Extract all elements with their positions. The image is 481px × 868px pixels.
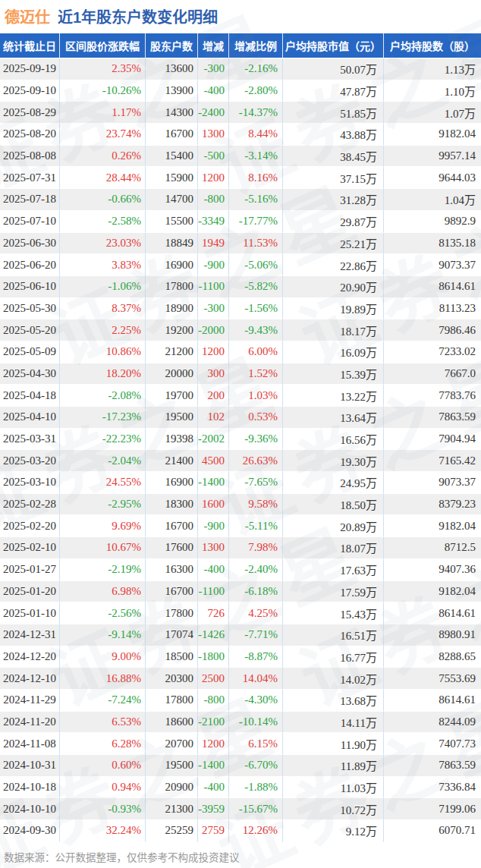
table-row: 2025-04-18-2.08%197002001.03%13.22万7783.…	[0, 385, 481, 407]
cell-avg-shares: 7863.59	[384, 755, 481, 777]
cell-holder-count: 16700	[146, 581, 198, 603]
cell-change: 1949	[198, 233, 229, 255]
cell-avg-market-value: 16.77万	[283, 646, 384, 668]
cell-avg-market-value: 20.90万	[283, 276, 384, 298]
cell-date: 2024-11-20	[0, 712, 60, 734]
cell-date: 2025-03-20	[0, 450, 60, 472]
cell-avg-market-value: 14.11万	[283, 712, 384, 734]
table-row: 2025-03-20-2.04%21400450026.63%19.30万716…	[0, 450, 481, 472]
cell-price-change: 9.00%	[60, 646, 146, 668]
cell-change: 726	[198, 602, 229, 624]
cell-avg-market-value: 29.87万	[283, 211, 384, 233]
stock-name: 德迈仕	[5, 5, 50, 27]
cell-change: -1400	[198, 755, 229, 777]
cell-price-change: 9.69%	[60, 515, 146, 537]
cell-avg-shares: 7783.76	[384, 385, 481, 407]
cell-change-ratio: -2.16%	[229, 58, 283, 80]
cell-holder-count: 21200	[146, 341, 198, 363]
cell-change-ratio: -1.56%	[229, 298, 283, 320]
cell-avg-market-value: 14.02万	[283, 668, 384, 690]
cell-avg-market-value: 22.86万	[283, 254, 384, 276]
cell-price-change: 32.24%	[60, 820, 146, 842]
cell-change-ratio: -14.37%	[229, 102, 283, 124]
cell-change: 4500	[198, 450, 229, 472]
cell-holder-count: 14300	[146, 102, 198, 124]
cell-avg-shares: 7667.0	[384, 363, 481, 385]
column-header-5: 增减比例	[229, 33, 283, 58]
cell-avg-shares: 7336.84	[384, 777, 481, 799]
cell-date: 2025-05-20	[0, 319, 60, 341]
cell-price-change: 2.35%	[60, 58, 146, 80]
cell-avg-market-value: 13.68万	[283, 690, 384, 712]
cell-date: 2024-09-30	[0, 820, 60, 842]
cell-avg-shares: 7233.02	[384, 341, 481, 363]
cell-price-change: 16.88%	[60, 668, 146, 690]
cell-avg-shares: 8288.65	[384, 646, 481, 668]
cell-avg-market-value: 16.51万	[283, 624, 384, 646]
cell-change: 1300	[198, 537, 229, 559]
cell-avg-market-value: 50.07万	[283, 58, 384, 80]
cell-avg-shares: 9644.03	[384, 167, 481, 189]
cell-price-change: -2.56%	[60, 602, 146, 624]
table-row: 2025-05-0910.86%2120012006.00%16.09万7233…	[0, 341, 481, 363]
cell-holder-count: 18900	[146, 298, 198, 320]
cell-avg-shares: 9182.04	[384, 124, 481, 146]
cell-date: 2024-12-20	[0, 646, 60, 668]
cell-holder-count: 14700	[146, 189, 198, 211]
cell-change: 1200	[198, 733, 229, 755]
cell-price-change: -10.26%	[60, 80, 146, 102]
cell-avg-shares: 7407.73	[384, 733, 481, 755]
cell-date: 2024-11-08	[0, 733, 60, 755]
cell-date: 2025-05-09	[0, 341, 60, 363]
cell-change: -900	[198, 515, 229, 537]
cell-avg-shares: 8980.91	[384, 624, 481, 646]
cell-date: 2025-09-10	[0, 80, 60, 102]
cell-price-change: -2.58%	[60, 211, 146, 233]
cell-price-change: -2.19%	[60, 559, 146, 581]
cell-price-change: 0.94%	[60, 777, 146, 799]
cell-price-change: 6.98%	[60, 581, 146, 603]
cell-change: 2500	[198, 668, 229, 690]
cell-holder-count: 13600	[146, 58, 198, 80]
cell-change: -1800	[198, 646, 229, 668]
cell-change-ratio: 0.53%	[229, 407, 283, 429]
cell-holder-count: 17800	[146, 602, 198, 624]
cell-change-ratio: -7.71%	[229, 624, 283, 646]
cell-avg-shares: 1.13万	[384, 58, 481, 80]
title-text: 近1年股东户数变化明细	[58, 5, 218, 27]
cell-holder-count: 16700	[146, 124, 198, 146]
table-row: 2025-06-3023.03%18849194911.53%25.21万813…	[0, 233, 481, 255]
table-row: 2025-02-28-2.95%1830016009.58%18.50万8379…	[0, 494, 481, 516]
column-header-3: 股东户数	[146, 33, 198, 58]
table-row: 2025-04-3018.20%200003001.52%15.39万7667.…	[0, 363, 481, 385]
cell-date: 2025-02-20	[0, 515, 60, 537]
cell-avg-market-value: 19.89万	[283, 298, 384, 320]
cell-holder-count: 18600	[146, 712, 198, 734]
cell-price-change: 1.17%	[60, 102, 146, 124]
cell-avg-market-value: 16.56万	[283, 429, 384, 451]
cell-change-ratio: 4.25%	[229, 602, 283, 624]
cell-avg-market-value: 31.28万	[283, 189, 384, 211]
cell-change: -2400	[198, 102, 229, 124]
cell-change-ratio: -7.65%	[229, 472, 283, 494]
cell-avg-market-value: 15.43万	[283, 602, 384, 624]
cell-holder-count: 20000	[146, 363, 198, 385]
cell-avg-shares: 8113.23	[384, 298, 481, 320]
cell-holder-count: 20300	[146, 668, 198, 690]
cell-avg-shares: 9182.04	[384, 581, 481, 603]
cell-change-ratio: 26.63%	[229, 450, 283, 472]
cell-date: 2025-06-10	[0, 276, 60, 298]
cell-date: 2025-05-30	[0, 298, 60, 320]
cell-avg-shares: 7986.46	[384, 319, 481, 341]
cell-holder-count: 18500	[146, 646, 198, 668]
table-row: 2024-11-206.53%18600-2100-10.14%14.11万82…	[0, 712, 481, 734]
cell-avg-shares: 7199.06	[384, 798, 481, 820]
cell-change-ratio: 7.98%	[229, 537, 283, 559]
cell-holder-count: 19200	[146, 319, 198, 341]
cell-change-ratio: -2.80%	[229, 80, 283, 102]
cell-avg-market-value: 18.17万	[283, 319, 384, 341]
cell-avg-market-value: 13.22万	[283, 385, 384, 407]
cell-avg-shares: 8379.23	[384, 494, 481, 516]
cell-price-change: -2.08%	[60, 385, 146, 407]
cell-change-ratio: -8.87%	[229, 646, 283, 668]
